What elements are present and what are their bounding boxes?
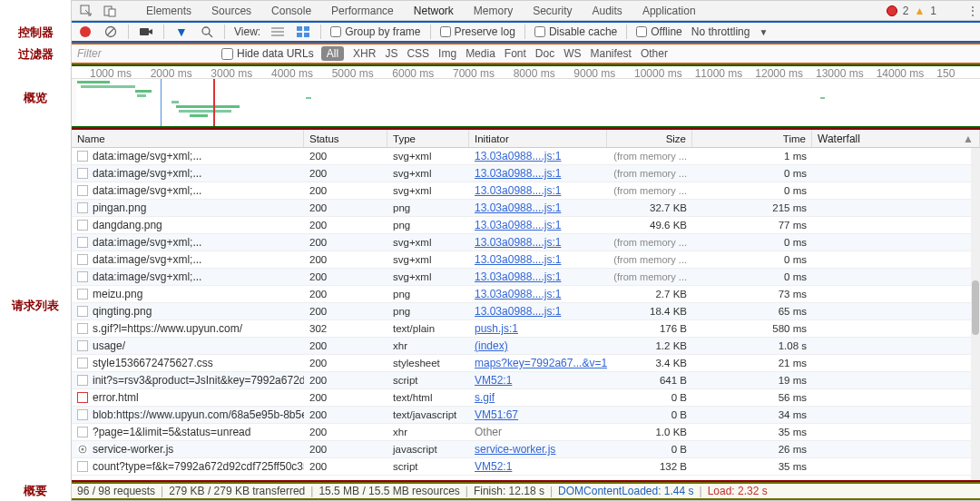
request-size: 641 B [607,375,692,386]
col-status[interactable]: Status [304,130,387,147]
filter-type-css[interactable]: CSS [407,47,429,60]
table-row[interactable]: style1536672475627.css200stylesheetmaps?… [72,355,980,372]
tab-audits[interactable]: Audits [593,5,622,17]
filter-type-all[interactable]: All [321,46,344,61]
hide-data-urls-checkbox[interactable]: Hide data URLs [221,47,314,60]
offline-checkbox[interactable]: Offline [636,25,681,38]
initiator-link[interactable]: VM51:67 [475,408,518,421]
col-name[interactable]: Name [72,130,304,147]
table-row[interactable]: data:image/svg+xml;...200svg+xml13.03a09… [72,182,980,200]
initiator-link[interactable]: 13.03a0988....js:1 [475,305,561,318]
initiator-link[interactable]: 13.03a0988....js:1 [475,219,561,231]
filter-type-xhr[interactable]: XHR [353,47,376,60]
initiator-link[interactable]: 13.03a0988....js:1 [475,270,561,283]
table-row[interactable]: data:image/svg+xml;...200svg+xml13.03a09… [72,269,980,286]
initiator-link[interactable]: service-worker.js [475,443,555,456]
initiator-link[interactable]: 13.03a0988....js:1 [475,288,561,300]
initiator-link[interactable]: 13.03a0988....js:1 [475,253,561,266]
tab-security[interactable]: Security [533,5,572,17]
table-row[interactable]: qingting.png200png13.03a0988....js:118.4… [72,303,980,320]
table-row[interactable]: count?type=f&k=7992a672d92cdf725ff50c35.… [72,458,980,476]
initiator-link[interactable]: 13.03a0988....js:1 [475,167,561,180]
warning-badge-icon[interactable]: ▲ [914,5,925,17]
request-name: pingan.png [93,201,146,214]
view-frames-icon[interactable] [295,24,311,40]
initiator-link[interactable]: push.js:1 [475,322,518,335]
table-row[interactable]: usage/200xhr(index)1.2 KB1.08 s [72,338,980,355]
request-size: (from memory ... [607,237,692,248]
label-overview: 概览 [0,65,71,131]
camera-icon[interactable] [138,24,154,40]
type-filter: AllXHRJSCSSImgMediaFontDocWSManifestOthe… [321,46,668,61]
device-toggle-icon[interactable] [103,4,117,18]
request-name: data:image/svg+xml;... [93,150,201,162]
filter-type-doc[interactable]: Doc [535,47,554,60]
filter-type-media[interactable]: Media [466,47,495,60]
tab-application[interactable]: Application [642,5,696,17]
inspect-icon[interactable] [79,4,93,18]
initiator-link[interactable]: VM52:1 [475,460,512,473]
file-icon [77,220,88,231]
initiator-link[interactable]: 13.03a0988....js:1 [475,201,561,214]
tab-elements[interactable]: Elements [146,5,191,17]
view-list-icon[interactable] [270,24,286,40]
filter-input[interactable] [77,47,214,60]
initiator-link[interactable]: maps?key=7992a67...&v=1... [475,357,607,369]
chevron-down-icon[interactable]: ▼ [759,27,768,37]
filter-type-ws[interactable]: WS [564,47,581,60]
filter-type-font[interactable]: Font [505,47,526,60]
initiator-link[interactable]: (index) [475,339,508,352]
col-initiator[interactable]: Initiator [469,130,607,147]
table-row[interactable]: ?page=1&limit=5&status=unread200xhrOther… [72,424,980,441]
table-row[interactable]: s.gif?l=https://www.upyun.com/302text/pl… [72,320,980,338]
initiator-link[interactable]: 13.03a0988....js:1 [475,184,561,197]
table-row[interactable]: init?s=rsv3&product=JsInit&key=7992a672d… [72,372,980,389]
request-initiator: 13.03a0988....js:1 [469,236,607,249]
timeline-overview[interactable]: 1000 ms2000 ms3000 ms4000 ms5000 ms6000 … [72,64,980,128]
initiator-link[interactable]: VM52:1 [475,374,512,387]
tab-console[interactable]: Console [271,5,311,17]
request-type: xhr [387,340,469,351]
col-waterfall[interactable]: Waterfall▲ [812,130,980,147]
request-time: 215 ms [692,202,812,213]
table-row[interactable]: blob:https://www.upyun.com/68a5e95b-8b5e… [72,407,980,424]
request-name: ?page=1&limit=5&status=unread [93,426,250,438]
record-button[interactable] [77,24,93,40]
clear-button[interactable] [103,24,119,40]
group-by-frame-checkbox[interactable]: Group by frame [330,25,420,38]
throttling-select[interactable]: No throttling [691,25,750,38]
search-icon[interactable] [199,24,215,40]
initiator-link[interactable]: 13.03a0988....js:1 [475,236,561,249]
filter-type-js[interactable]: JS [385,47,397,60]
svg-point-16 [82,448,84,451]
col-size[interactable]: Size [607,130,692,147]
tab-sources[interactable]: Sources [211,5,251,17]
table-row[interactable]: data:image/svg+xml;...200svg+xml13.03a09… [72,165,980,182]
request-type: svg+xml [387,151,469,162]
request-status: 200 [304,237,387,248]
tab-performance[interactable]: Performance [331,5,394,17]
filter-toggle-icon[interactable]: ▼ [173,24,190,40]
error-badge-icon[interactable] [887,5,897,16]
table-row[interactable]: service-worker.js200javascriptservice-wo… [72,441,980,458]
filter-type-img[interactable]: Img [438,47,456,60]
scrollbar[interactable] [971,148,980,480]
preserve-log-checkbox[interactable]: Preserve log [440,25,515,38]
table-row[interactable]: data:image/svg+xml;...200svg+xml13.03a09… [72,234,980,251]
table-row[interactable]: data:image/svg+xml;...200svg+xml13.03a09… [72,148,980,165]
col-time[interactable]: Time [692,130,812,147]
table-row[interactable]: dangdang.png200png13.03a0988....js:149.6… [72,217,980,234]
initiator-link[interactable]: 13.03a0988....js:1 [475,150,561,162]
table-row[interactable]: meizu.png200png13.03a0988....js:12.7 KB7… [72,286,980,303]
filter-type-other[interactable]: Other [641,47,668,60]
table-row[interactable]: error.html200text/htmls.gif0 B56 ms [72,389,980,407]
table-row[interactable]: pingan.png200png13.03a0988....js:132.7 K… [72,200,980,217]
initiator-link[interactable]: s.gif [475,391,495,404]
table-row[interactable]: data:image/svg+xml;...200svg+xml13.03a09… [72,251,980,269]
col-type[interactable]: Type [387,130,469,147]
filter-type-manifest[interactable]: Manifest [591,47,632,60]
kebab-menu-icon[interactable]: ⋮ [965,4,980,18]
tab-memory[interactable]: Memory [474,5,513,17]
tab-network[interactable]: Network [414,5,454,17]
disable-cache-checkbox[interactable]: Disable cache [534,25,617,38]
